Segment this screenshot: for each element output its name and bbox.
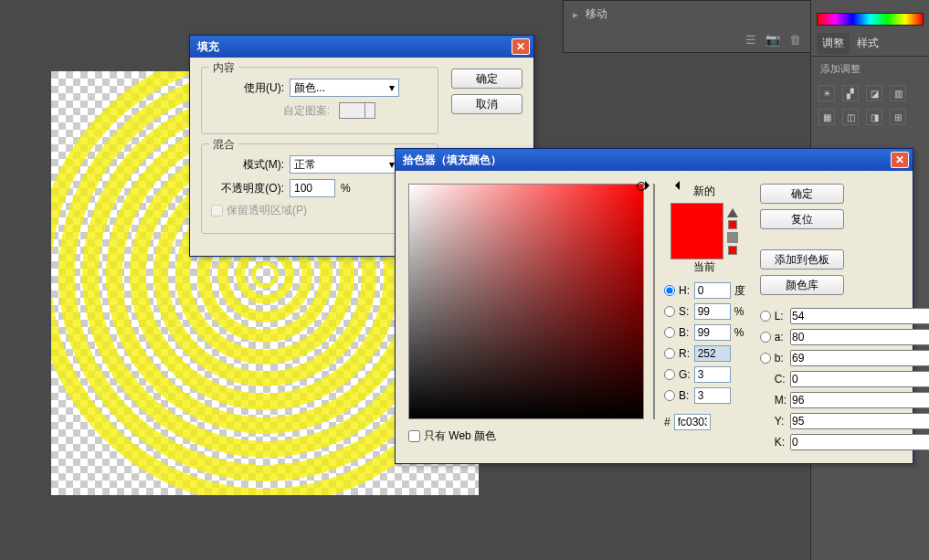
- content-legend: 内容: [209, 60, 238, 76]
- current-label: 当前: [693, 259, 715, 275]
- ok-button[interactable]: 确定: [451, 69, 523, 89]
- web-colors-label: 只有 Web 颜色: [424, 428, 496, 444]
- adjust-icon[interactable]: ▞: [842, 85, 859, 101]
- b-radio[interactable]: [664, 327, 675, 338]
- tool-name: 移动: [586, 6, 607, 22]
- hex-input[interactable]: [674, 414, 711, 430]
- chevron-down-icon: ▾: [389, 81, 395, 94]
- lab-b-input[interactable]: [790, 350, 929, 366]
- c-input[interactable]: [790, 371, 929, 387]
- close-icon[interactable]: ✕: [512, 38, 530, 55]
- color-library-button[interactable]: 颜色库: [760, 275, 844, 295]
- adjust-icon[interactable]: ⊞: [890, 109, 906, 125]
- m-input[interactable]: [790, 392, 929, 408]
- a-radio[interactable]: [760, 332, 771, 343]
- s-radio[interactable]: [664, 306, 675, 317]
- adjust-icon[interactable]: ▥: [890, 85, 906, 101]
- opacity-unit: %: [341, 182, 351, 195]
- g-input[interactable]: [694, 366, 731, 383]
- tab-styles[interactable]: 样式: [851, 33, 884, 54]
- l-radio[interactable]: [760, 311, 771, 322]
- h-input[interactable]: [694, 282, 731, 299]
- gamut-swatch[interactable]: [728, 220, 737, 229]
- blend-legend: 混合: [209, 137, 238, 153]
- lab-b-radio[interactable]: [760, 353, 771, 364]
- opacity-label: 不透明度(O):: [211, 181, 284, 196]
- b2-input[interactable]: [694, 387, 731, 404]
- b2-radio[interactable]: [664, 390, 675, 401]
- k-input[interactable]: [790, 434, 929, 450]
- preserve-transparency-checkbox: [211, 205, 223, 217]
- h-radio[interactable]: [664, 285, 675, 296]
- picker-title: 拾色器（填充颜色）: [403, 153, 891, 168]
- new-current-swatch[interactable]: [670, 203, 723, 259]
- websafe-swatch[interactable]: [728, 246, 737, 255]
- close-icon[interactable]: ✕: [891, 152, 909, 168]
- a-input[interactable]: [790, 329, 929, 345]
- mode-label: 模式(M):: [211, 157, 284, 173]
- color-picker-dialog: 拾色器（填充颜色） ✕ 只有 Web 颜色 新的: [395, 148, 913, 464]
- add-swatch-button[interactable]: 添加到色板: [760, 249, 844, 269]
- color-spectrum[interactable]: [817, 13, 924, 26]
- sv-cursor: [637, 182, 646, 191]
- adjust-icon[interactable]: ▦: [818, 109, 835, 125]
- adjust-icon[interactable]: ◨: [866, 109, 882, 125]
- gamut-warning-icon[interactable]: [727, 203, 738, 217]
- use-select[interactable]: 颜色... ▾: [290, 79, 399, 97]
- trash-icon[interactable]: 🗑: [789, 33, 801, 47]
- cancel-button[interactable]: 取消: [451, 94, 523, 114]
- hex-label: #: [664, 416, 670, 428]
- picker-titlebar[interactable]: 拾色器（填充颜色） ✕: [396, 149, 913, 171]
- fill-dialog-title: 填充: [197, 39, 512, 55]
- saturation-value-field[interactable]: [408, 184, 644, 419]
- s-input[interactable]: [694, 303, 731, 320]
- l-input[interactable]: [790, 308, 929, 324]
- preserve-label: 保留透明区域(P): [227, 203, 307, 218]
- y-input[interactable]: [790, 413, 929, 429]
- collapse-icon[interactable]: ▸: [573, 8, 578, 21]
- new-label: 新的: [693, 184, 715, 199]
- adjust-icon[interactable]: ◫: [842, 109, 859, 125]
- websafe-warning-icon[interactable]: [727, 232, 738, 243]
- opacity-input[interactable]: [290, 179, 335, 197]
- r-radio[interactable]: [664, 348, 675, 359]
- hue-slider[interactable]: [653, 184, 655, 419]
- panel-menu-icon[interactable]: ☰: [745, 33, 756, 47]
- fill-dialog-titlebar[interactable]: 填充 ✕: [190, 36, 533, 58]
- adjust-icon[interactable]: ◪: [866, 85, 882, 101]
- ok-button[interactable]: 确定: [760, 184, 844, 204]
- r-input[interactable]: [694, 345, 731, 362]
- tab-adjustments[interactable]: 调整: [817, 33, 850, 54]
- b-input[interactable]: [694, 324, 731, 341]
- pattern-swatch[interactable]: [339, 102, 375, 119]
- reset-button[interactable]: 复位: [760, 209, 844, 229]
- web-colors-checkbox[interactable]: [408, 430, 420, 442]
- custom-pattern-label: 自定图案:: [211, 103, 330, 119]
- use-label: 使用(U):: [211, 80, 284, 96]
- tool-options-panel: ▸ 移动 ☰ 📷 🗑: [563, 0, 811, 53]
- panel-subtitle: 添加调整: [811, 57, 929, 81]
- mode-select[interactable]: 正常 ▾: [290, 155, 399, 174]
- adjust-icon[interactable]: ☀: [818, 85, 835, 101]
- camera-icon[interactable]: 📷: [765, 33, 780, 47]
- g-radio[interactable]: [664, 369, 675, 380]
